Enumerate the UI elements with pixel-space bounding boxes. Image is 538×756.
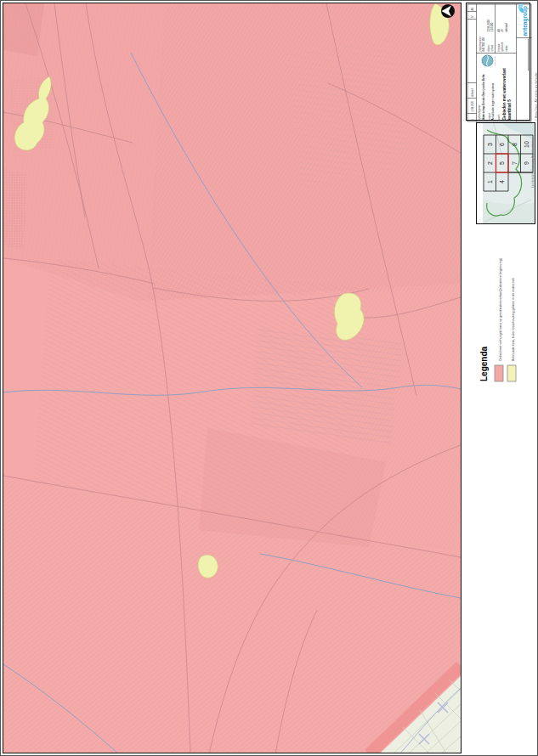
revision-nr: 0 (471, 119, 474, 121)
field-value-1: 12-06-2020 (486, 19, 490, 31)
field-value-0: 0457392.100 (481, 37, 484, 51)
client-logo-caption: waterschap (494, 55, 496, 65)
map-label: kaart: (497, 114, 501, 120)
map-sheet: 0 12-06-2020 definitief JV AG opdrachtge… (0, 0, 538, 756)
legend-label-1: Bebouwde kom, buiten beschouwing gelaten… (512, 278, 515, 361)
excluded-area-south (198, 555, 218, 578)
map-canvas (3, 3, 462, 753)
revision-date: 12-06-2020 (471, 100, 474, 112)
field-value-2: 1:10.000 (490, 22, 494, 31)
field-label-1: datum: (486, 44, 490, 51)
field-label-0: projectnummer: (478, 36, 481, 51)
field-label-2: schaal: (490, 44, 494, 51)
edge-note: © Antea Group. Alle rechten voorbehouden… (532, 3, 538, 121)
legend-label-0: Gebied met verhoogde kans op grondwatero… (499, 258, 502, 361)
map-title-line1: Gebieden met wateroverlast (501, 67, 506, 120)
field-label-5: status: (504, 44, 507, 51)
revision-description: definitief (471, 88, 474, 97)
basemap-credit: Esri Nederland, Community Maps Contribut… (531, 138, 535, 188)
edge-note-text: © Antea Group. Alle rechten voorbehouden… (535, 71, 538, 121)
client-name: Waterschap Drents Overijsselse Delta (481, 74, 484, 120)
sheet-number: 9 (524, 161, 530, 165)
sheet-number: 1 (487, 180, 493, 183)
project-label: project: (487, 112, 490, 120)
sheet-number: 3 (487, 143, 493, 146)
parcel-stripes (3, 3, 461, 753)
field-value-4: JV (501, 29, 504, 31)
field-value-3: A3 (496, 28, 500, 31)
revision-drawn: JV (471, 15, 474, 18)
field-value-5: definitief (504, 22, 507, 31)
field-label-4: getekend: (501, 41, 504, 51)
sheet-number: 10 (524, 141, 530, 148)
sheet-number: 2 (487, 161, 493, 165)
client-label: opdrachtgever: (478, 104, 481, 120)
north-arrow-icon (439, 3, 459, 20)
sheet-number-highlighted: 5 (499, 161, 505, 165)
sheet-number: 6 (499, 143, 505, 146)
sheet-number: 4 (499, 180, 505, 183)
legend: Legenda Gebied met verhoogde kans op gro… (477, 237, 521, 383)
legend-swatch-pink (495, 365, 503, 381)
sheet-number: 8 (512, 143, 518, 146)
map-title-line2: kaartblad 5 (507, 99, 512, 120)
map-art (3, 3, 461, 753)
field-label-3: formaat: (496, 42, 500, 51)
project-name: Actualisatie legger watersysteem (490, 82, 494, 120)
legend-swatch-yellow (507, 365, 516, 381)
legend-title: Legenda (479, 346, 489, 381)
index-map: 1 2 3 4 5 6 7 8 9 10 Esri Nederland, Com… (476, 122, 535, 224)
sheet-number: 7 (512, 161, 518, 165)
title-block: 0 12-06-2020 definitief JV AG opdrachtge… (466, 3, 530, 121)
revision-checked: AG (471, 7, 474, 10)
